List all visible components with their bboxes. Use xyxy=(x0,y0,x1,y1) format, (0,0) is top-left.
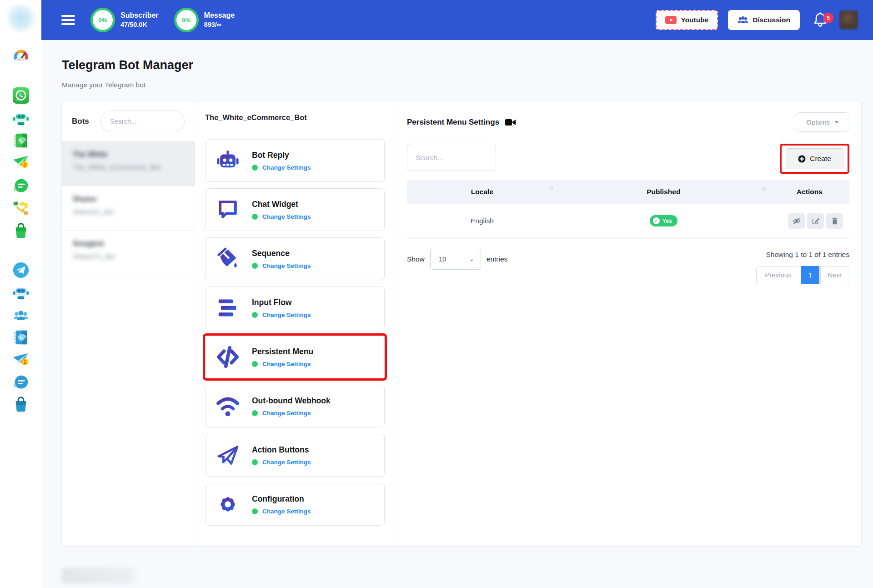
input-flow-icon xyxy=(216,296,240,320)
menu-card-persistent-menu[interactable]: Persistent Menu Change Settings xyxy=(205,336,385,378)
hide-eye-slash-icon[interactable] xyxy=(788,213,805,229)
hamburger-menu-icon[interactable] xyxy=(61,13,75,28)
status-dot xyxy=(252,459,258,465)
bot-name: Smagbot xyxy=(73,240,184,248)
svg-text:1: 1 xyxy=(23,162,26,167)
sort-icon[interactable]: ↑↓ xyxy=(549,185,553,191)
youtube-button-label: Youtube xyxy=(681,16,708,24)
bots-search-input[interactable] xyxy=(100,111,185,132)
youtube-icon xyxy=(665,16,677,24)
telegram-icon[interactable] xyxy=(12,261,30,279)
locales-table: Locale↑↓ Published↑↓ Actions English ✓ Y… xyxy=(407,180,849,239)
menu-card-action-buttons[interactable]: Action Buttons Change Settings xyxy=(205,434,385,477)
persistent-menu-code-icon xyxy=(216,345,240,369)
options-button[interactable]: Options xyxy=(796,112,849,132)
telegram-store-icon[interactable] xyxy=(12,395,30,413)
menu-card-label: Configuration xyxy=(252,494,311,504)
page-size-select[interactable]: 10 ⌄ xyxy=(430,249,481,270)
table-row: English ✓ Yes xyxy=(407,204,849,238)
change-settings-link[interactable]: Change Settings xyxy=(262,312,311,318)
page-title: Telegram Bot Manager xyxy=(62,58,193,72)
menu-card-bot-reply[interactable]: Bot Reply Change Settings xyxy=(205,139,385,182)
app-logo[interactable] xyxy=(6,4,36,33)
bot-name: The White xyxy=(73,151,184,159)
whatsapp-broadcast-icon[interactable]: 1 xyxy=(12,153,30,171)
status-dot xyxy=(252,410,258,416)
published-cell: ✓ Yes xyxy=(557,204,770,238)
column-header-locale[interactable]: Locale↑↓ xyxy=(407,180,557,204)
video-camera-icon[interactable] xyxy=(505,118,516,127)
bot-name: Shams xyxy=(73,195,184,203)
whatsapp-contacts-icon[interactable] xyxy=(12,131,30,150)
whatsapp-chat-icon[interactable] xyxy=(12,177,30,195)
locale-search-input[interactable] xyxy=(407,144,496,171)
column-header-actions: Actions xyxy=(770,180,849,204)
edit-icon[interactable] xyxy=(807,213,824,229)
message-progress-ring: 0% xyxy=(174,8,199,32)
subscriber-progress-ring: 0% xyxy=(90,8,115,32)
whatsapp-bot-icon[interactable] xyxy=(12,110,30,128)
telegram-chat-icon[interactable] xyxy=(12,373,30,392)
whatsapp-icon[interactable] xyxy=(12,86,30,105)
change-settings-link[interactable]: Change Settings xyxy=(262,213,311,220)
bot-username: The_White_eCommerce_Bot xyxy=(73,163,184,171)
change-settings-link[interactable]: Change Settings xyxy=(262,410,311,417)
top-bar: 0% Subscriber 47/50.0K 0% Message 893/∞ … xyxy=(41,0,873,40)
status-dot xyxy=(252,263,258,269)
subscriber-value: 47/50.0K xyxy=(120,20,159,30)
pagination-page-1-button[interactable]: 1 xyxy=(801,266,819,284)
notification-count-badge: 5 xyxy=(823,13,833,23)
change-settings-link[interactable]: Change Settings xyxy=(262,164,311,171)
menu-card-configuration[interactable]: Configuration Change Settings xyxy=(205,483,385,526)
menu-card-sequence[interactable]: Sequence Change Settings xyxy=(205,237,385,280)
pagination-next-button[interactable]: Next xyxy=(820,266,849,284)
bot-list-item[interactable]: Smagbot Shams71_bot xyxy=(62,231,195,275)
menu-card-label: Persistent Menu xyxy=(252,347,313,357)
youtube-button[interactable]: Youtube xyxy=(656,10,718,30)
discussion-button-label: Discussion xyxy=(753,16,790,24)
menu-card-label: Out-bound Webhook xyxy=(252,396,331,406)
bots-list-panel: Bots The White The_White_eCommerce_Bot S… xyxy=(62,101,195,546)
persistent-menu-settings-panel: Persistent Menu Settings Options Create xyxy=(395,101,861,546)
bot-settings-menu: The_White_eCommerce_Bot Bot Reply Change… xyxy=(195,101,395,546)
discussion-users-icon xyxy=(738,16,748,24)
column-header-published[interactable]: Published↑↓ xyxy=(557,180,770,204)
bot-list-item-selected[interactable]: The White The_White_eCommerce_Bot xyxy=(62,141,195,186)
sort-icon[interactable]: ↑↓ xyxy=(761,185,765,191)
action-buttons-plane-icon xyxy=(216,443,240,467)
integrations-icon[interactable] xyxy=(12,199,30,217)
telegram-bot-icon[interactable] xyxy=(12,284,30,302)
menu-card-label: Input Flow xyxy=(252,298,311,307)
whatsapp-store-icon[interactable] xyxy=(12,221,30,240)
menu-card-input-flow[interactable]: Input Flow Change Settings xyxy=(205,286,385,329)
pagination: Previous 1 Next xyxy=(756,266,849,284)
change-settings-link[interactable]: Change Settings xyxy=(262,262,311,269)
change-settings-link[interactable]: Change Settings xyxy=(262,508,311,515)
bot-list-item[interactable]: Shams shams21_bot xyxy=(62,186,195,231)
delete-trash-icon[interactable] xyxy=(826,213,843,229)
published-yes-badge: ✓ Yes xyxy=(650,215,677,226)
bot-manager-card: Bots The White The_White_eCommerce_Bot S… xyxy=(61,101,862,547)
menu-card-outbound-webhook[interactable]: Out-bound Webhook Change Settings xyxy=(205,385,385,427)
telegram-contacts-icon[interactable] xyxy=(12,328,30,347)
telegram-groups-icon[interactable] xyxy=(12,307,30,325)
configuration-gear-icon xyxy=(216,492,240,517)
plus-circle-icon xyxy=(798,155,806,163)
actions-cell xyxy=(770,204,849,238)
message-label: Message xyxy=(204,10,235,20)
telegram-broadcast-icon[interactable]: 1 xyxy=(12,351,30,369)
bot-username: Shams71_bot xyxy=(73,252,184,260)
pagination-previous-button[interactable]: Previous xyxy=(756,266,800,284)
settings-panel-title: Persistent Menu Settings xyxy=(407,118,499,127)
footer-blurred-text xyxy=(62,568,134,584)
notifications-bell-icon[interactable]: 5 xyxy=(813,12,829,28)
discussion-button[interactable]: Discussion xyxy=(728,10,800,30)
change-settings-link[interactable]: Change Settings xyxy=(262,361,311,367)
dashboard-gauge-icon[interactable] xyxy=(12,47,30,65)
change-settings-link[interactable]: Change Settings xyxy=(262,459,311,466)
menu-card-chat-widget[interactable]: Chat Widget Change Settings xyxy=(205,188,385,231)
options-button-label: Options xyxy=(806,118,830,126)
user-avatar[interactable] xyxy=(839,10,858,30)
bots-panel-title: Bots xyxy=(72,117,89,126)
create-button[interactable]: Create xyxy=(786,148,843,169)
